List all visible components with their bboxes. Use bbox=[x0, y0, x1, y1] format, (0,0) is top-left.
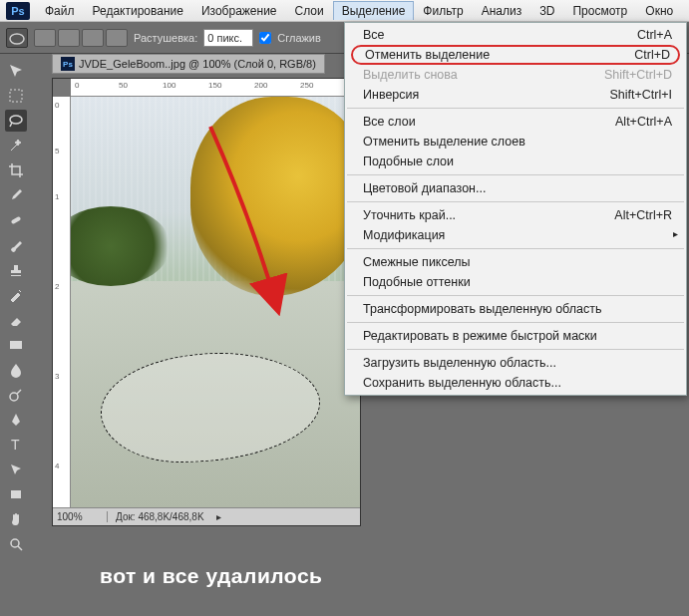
menu-window[interactable]: Окно bbox=[636, 1, 682, 21]
svg-rect-1 bbox=[10, 90, 22, 102]
menubar: Ps Файл Редактирование Изображение Слои … bbox=[0, 0, 689, 22]
svg-text:T: T bbox=[11, 437, 20, 453]
menu-item-0[interactable]: ВсеCtrl+A bbox=[345, 25, 686, 45]
tool-gradient[interactable] bbox=[5, 334, 27, 356]
document-tab[interactable]: Ps JVDE_GeleBoom..jpg @ 100% (Слой 0, RG… bbox=[52, 54, 325, 74]
svg-rect-4 bbox=[10, 341, 22, 349]
menu-item-21[interactable]: Загрузить выделенную область... bbox=[345, 353, 686, 373]
selection-mode-group bbox=[34, 29, 128, 47]
menu-item-2: Выделить сноваShift+Ctrl+D bbox=[345, 65, 686, 85]
select-menu-dropdown: ВсеCtrl+AОтменить выделениеCtrl+DВыделит… bbox=[344, 22, 687, 396]
menu-item-17[interactable]: Трансформировать выделенную область bbox=[345, 299, 686, 319]
tool-wand[interactable] bbox=[5, 135, 27, 156]
menu-image[interactable]: Изображение bbox=[192, 1, 286, 21]
menu-edit[interactable]: Редактирование bbox=[84, 1, 192, 21]
document-tab-title: JVDE_GeleBoom..jpg @ 100% (Слой 0, RGB/8… bbox=[79, 58, 316, 70]
zoom-level[interactable]: 100% bbox=[53, 511, 108, 522]
tool-dodge[interactable] bbox=[5, 384, 27, 406]
menu-item-12[interactable]: Модификация bbox=[345, 225, 686, 245]
antialias-checkbox[interactable] bbox=[259, 32, 271, 44]
menu-analysis[interactable]: Анализ bbox=[473, 1, 531, 21]
feather-label: Растушевка: bbox=[134, 32, 197, 44]
doc-size-info: Док: 468,8K/468,8K bbox=[108, 511, 212, 522]
menu-item-6[interactable]: Отменить выделение слоев bbox=[345, 132, 686, 152]
tool-move[interactable] bbox=[5, 60, 27, 82]
menu-item-19[interactable]: Редактировать в режиме быстрой маски bbox=[345, 326, 686, 346]
menu-item-11[interactable]: Уточнить край...Alt+Ctrl+R bbox=[345, 205, 686, 225]
menu-item-7[interactable]: Подобные слои bbox=[345, 152, 686, 171]
tool-history-brush[interactable] bbox=[5, 284, 27, 306]
status-arrow-icon[interactable]: ▸ bbox=[216, 511, 221, 522]
antialias-label: Сглажив bbox=[277, 32, 321, 44]
menu-item-14[interactable]: Смежные пикселы bbox=[345, 252, 686, 272]
menu-item-15[interactable]: Подобные оттенки bbox=[345, 272, 686, 292]
menu-item-1[interactable]: Отменить выделениеCtrl+D bbox=[351, 45, 680, 65]
tool-blur[interactable] bbox=[5, 359, 27, 381]
tool-lasso[interactable] bbox=[5, 110, 27, 132]
tool-crop[interactable] bbox=[5, 159, 27, 181]
svg-point-8 bbox=[11, 539, 19, 547]
menu-item-5[interactable]: Все слоиAlt+Ctrl+A bbox=[345, 112, 686, 132]
tool-pen[interactable] bbox=[5, 409, 27, 431]
menu-file[interactable]: Файл bbox=[36, 1, 84, 21]
tool-brush[interactable] bbox=[5, 234, 27, 256]
menu-item-9[interactable]: Цветовой диапазон... bbox=[345, 178, 686, 198]
svg-point-5 bbox=[10, 393, 18, 401]
menu-3d[interactable]: 3D bbox=[530, 1, 563, 21]
tool-marquee[interactable] bbox=[5, 85, 27, 107]
tool-eraser[interactable] bbox=[5, 309, 27, 331]
tool-type[interactable]: T bbox=[5, 434, 27, 456]
canvas-window: 0 50 100 150 200 250 300 0 5 1 2 3 4 bbox=[52, 78, 361, 526]
tool-path-select[interactable] bbox=[5, 459, 27, 480]
ruler-horizontal: 0 50 100 150 200 250 300 bbox=[71, 79, 360, 97]
tool-hand[interactable] bbox=[5, 508, 27, 530]
canvas-image[interactable] bbox=[71, 97, 360, 507]
tool-preset-icon[interactable] bbox=[6, 28, 28, 48]
selection-add-icon[interactable] bbox=[58, 29, 80, 47]
toolbar: T bbox=[0, 54, 32, 616]
svg-rect-3 bbox=[11, 216, 22, 224]
ruler-vertical: 0 5 1 2 3 4 bbox=[53, 97, 71, 507]
selection-new-icon[interactable] bbox=[34, 29, 56, 47]
svg-rect-7 bbox=[11, 490, 21, 498]
selection-intersect-icon[interactable] bbox=[106, 29, 128, 47]
feather-input[interactable] bbox=[203, 29, 253, 47]
tool-healing[interactable] bbox=[5, 209, 27, 231]
svg-point-0 bbox=[10, 34, 24, 44]
tab-ps-icon: Ps bbox=[61, 57, 75, 71]
tool-eyedropper[interactable] bbox=[5, 184, 27, 206]
status-bar: 100% Док: 468,8K/468,8K ▸ bbox=[53, 507, 360, 525]
annotation-caption: вот и все удалилось bbox=[100, 564, 323, 588]
menu-item-22[interactable]: Сохранить выделенную область... bbox=[345, 373, 686, 393]
menu-view[interactable]: Просмотр bbox=[563, 1, 636, 21]
tool-zoom[interactable] bbox=[5, 533, 27, 555]
ps-logo: Ps bbox=[6, 2, 30, 20]
menu-select[interactable]: Выделение bbox=[333, 1, 415, 20]
menu-filter[interactable]: Фильтр bbox=[414, 1, 472, 21]
svg-point-2 bbox=[10, 116, 22, 124]
menu-item-3[interactable]: ИнверсияShift+Ctrl+I bbox=[345, 85, 686, 105]
tool-rectangle[interactable] bbox=[5, 483, 27, 505]
selection-subtract-icon[interactable] bbox=[82, 29, 104, 47]
tool-stamp[interactable] bbox=[5, 259, 27, 281]
menu-layers[interactable]: Слои bbox=[286, 1, 333, 21]
